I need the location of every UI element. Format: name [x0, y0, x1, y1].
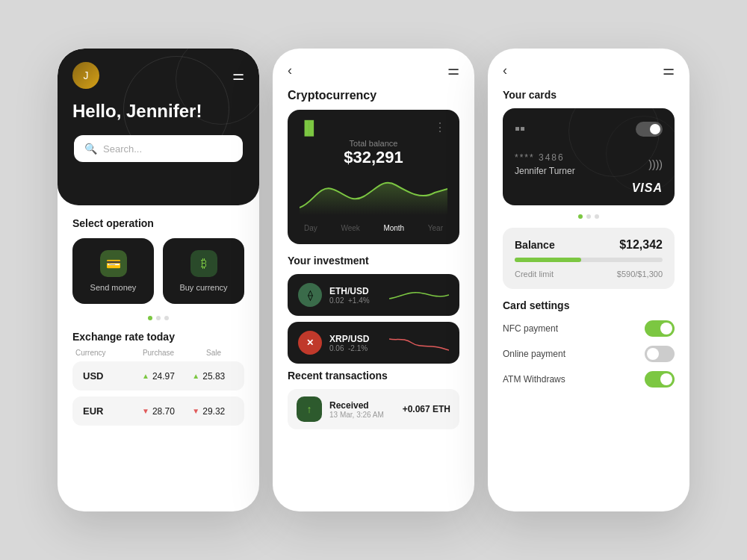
online-payment-toggle[interactable]: [645, 346, 675, 362]
usd-sale-arrow: ▲: [192, 372, 199, 380]
crypto-title: Cryptocurrency: [288, 89, 459, 102]
chart-top: ▐▌ ⋮: [300, 120, 447, 136]
chart-tab-year[interactable]: Year: [424, 223, 447, 234]
credit-limit-value: $590/$1,300: [617, 270, 663, 279]
card-top: ▪▪: [515, 120, 663, 137]
card-dot-3: [595, 214, 599, 219]
online-payment-label: Online payment: [503, 349, 565, 359]
progress-bar-bg: [515, 258, 663, 262]
xrp-chart: [389, 332, 449, 354]
chart-tab-month[interactable]: Month: [379, 223, 409, 234]
filter-icon[interactable]: ⚌: [232, 67, 244, 84]
phone-2: ‹ ⚌ Cryptocurrency ▐▌ ⋮ Total balance $3…: [273, 49, 474, 511]
card-number: **** 3486: [515, 152, 663, 163]
atm-withdraws-label: ATM Withdraws: [503, 374, 565, 385]
phone2-body: Cryptocurrency ▐▌ ⋮ Total balance $32,29…: [273, 89, 474, 441]
send-money-icon: 💳: [100, 250, 127, 277]
phone1-body: Select operation 💳 Send money ₿ Buy curr…: [58, 205, 259, 444]
chart-tabs: Day Week Month Year: [300, 223, 447, 234]
eth-name: ETH/USD: [329, 286, 389, 296]
col-currency: Currency: [75, 349, 131, 357]
total-balance-label: Total balance: [300, 139, 447, 148]
card-settings-title: Card settings: [503, 299, 675, 311]
search-icon: 🔍: [84, 143, 97, 155]
send-money-card[interactable]: 💳 Send money: [72, 238, 154, 304]
txn-received-icon: ↑: [297, 396, 322, 422]
xrp-investment-card[interactable]: ✕ XRP/USD 0.06 -2.1%: [288, 322, 459, 364]
eth-chart: [389, 284, 449, 306]
card-dot-1: [578, 214, 583, 219]
transaction-row[interactable]: ↑ Received 13 Mar, 3:26 AM +0.067 ETH: [288, 389, 459, 429]
txn-label: Received: [329, 400, 395, 411]
eur-purchase: ▼28.70: [133, 406, 183, 417]
chart-tab-week[interactable]: Week: [336, 223, 364, 234]
phone-3: ‹ ⚌ Your cards ▪▪ )))) **** 3486 Jennife…: [488, 49, 689, 511]
filter-icon-2[interactable]: ⚌: [447, 62, 459, 78]
usd-purchase-arrow: ▲: [142, 372, 149, 380]
exchange-title: Exchange rate today: [72, 331, 244, 343]
balance-chart: [300, 170, 447, 215]
chip-icon: ▪▪: [515, 120, 525, 137]
back-button[interactable]: ‹: [288, 63, 292, 78]
card-holder-name: Jennifer Turner: [515, 166, 663, 176]
usd-label: USD: [83, 370, 133, 382]
dot-3: [164, 316, 169, 320]
eur-row[interactable]: EUR ▼28.70 ▼29.32: [72, 396, 244, 426]
send-money-label: Send money: [90, 283, 137, 292]
usd-purchase: ▲24.97: [133, 371, 183, 382]
eth-investment-card[interactable]: ⟠ ETH/USD 0.02 +1.4%: [288, 274, 459, 316]
nfc-icon: )))): [648, 158, 663, 170]
col-purchase: Purchase: [131, 349, 186, 357]
buy-currency-icon: ₿: [190, 250, 217, 277]
eur-label: EUR: [83, 405, 133, 417]
txn-date: 13 Mar, 3:26 AM: [329, 411, 395, 419]
phone3-header: ‹ ⚌: [488, 49, 689, 89]
eur-sale: ▼29.32: [184, 406, 234, 417]
card-toggle[interactable]: [636, 122, 663, 137]
credit-limit-row: Credit limit $590/$1,300: [515, 270, 663, 279]
atm-withdraws-toggle[interactable]: [645, 371, 675, 388]
balance-row: Balance $12,342: [515, 238, 663, 252]
nfc-payment-toggle[interactable]: [645, 320, 675, 337]
dot-2: [156, 316, 161, 320]
balance-card: Balance $12,342 Credit limit $590/$1,300: [503, 228, 675, 289]
transactions-title: Recent transactions: [288, 370, 459, 382]
col-sale: Sale: [186, 349, 241, 357]
buy-currency-card[interactable]: ₿ Buy currency: [163, 238, 244, 304]
txn-amount: +0.067 ETH: [403, 404, 450, 414]
phone-1: J ⚌ Hello, Jennifer! 🔍 Search... Select …: [58, 49, 259, 511]
greeting: Hello, Jennifer!: [72, 101, 244, 122]
xrp-name: XRP/USD: [329, 334, 389, 344]
card-dots: [503, 214, 675, 219]
atm-withdraws-row: ATM Withdraws: [503, 371, 675, 388]
select-operation-title: Select operation: [72, 217, 244, 229]
exchange-header: Currency Purchase Sale: [72, 349, 244, 357]
chart-menu-icon[interactable]: ⋮: [434, 120, 447, 134]
back-button-3[interactable]: ‹: [503, 63, 507, 78]
cards-title: Your cards: [503, 89, 675, 101]
progress-bar-fill: [515, 258, 581, 262]
balance-amount: $12,342: [619, 238, 663, 252]
xrp-info: XRP/USD 0.06 -2.1%: [329, 334, 389, 352]
phone3-body: Your cards ▪▪ )))) **** 3486 Jennifer Tu…: [488, 89, 689, 408]
card-brand: VISA: [632, 181, 663, 195]
credit-limit-label: Credit limit: [515, 270, 554, 279]
chart-tab-day[interactable]: Day: [300, 223, 322, 234]
header-top: J ⚌: [72, 62, 244, 89]
chart-card: ▐▌ ⋮ Total balance $32,291 Day Week Mont…: [288, 110, 459, 244]
credit-card: ▪▪ )))) **** 3486 Jennifer Turner VISA: [503, 108, 675, 205]
xrp-icon: ✕: [298, 331, 322, 355]
dot-1: [148, 316, 152, 320]
eur-sale-arrow: ▼: [192, 407, 199, 415]
total-balance-amount: $32,291: [300, 148, 447, 167]
search-bar[interactable]: 🔍 Search...: [74, 135, 243, 162]
chart-bar-icon: ▐▌: [300, 120, 319, 136]
investment-title: Your investment: [288, 255, 459, 267]
filter-icon-3[interactable]: ⚌: [663, 62, 675, 78]
eth-icon: ⟠: [298, 283, 322, 307]
operation-cards: 💳 Send money ₿ Buy currency: [72, 238, 244, 304]
nfc-payment-row: NFC payment: [503, 320, 675, 337]
usd-row[interactable]: USD ▲24.97 ▲25.83: [72, 361, 244, 391]
balance-label: Balance: [515, 239, 555, 251]
buy-currency-label: Buy currency: [179, 283, 227, 292]
